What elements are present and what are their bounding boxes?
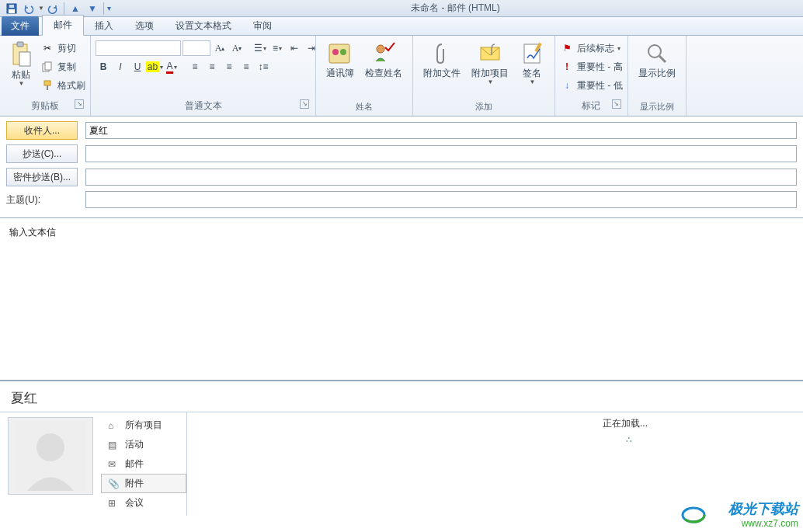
attach-item-button[interactable]: 附加项目▼ xyxy=(466,39,514,88)
nav-meetings[interactable]: ⊞会议 xyxy=(101,493,186,513)
nav-attachments[interactable]: 📎附件 xyxy=(101,474,186,493)
paperclip-icon: 📎 xyxy=(108,478,120,489)
italic-button[interactable]: I xyxy=(113,59,128,75)
to-input[interactable] xyxy=(85,122,797,139)
people-pane-content: 正在加载... ∴ xyxy=(186,412,803,516)
svg-point-13 xyxy=(377,45,384,53)
tab-mail[interactable]: 邮件 xyxy=(42,15,84,36)
group-basic-text: A▴ A▾ ☰▾ ≡▾ ⇤ ⇥ B I U ab▾ A▾ ≡ ≡ ≡ ≡ ↕≡ xyxy=(91,36,316,116)
font-name-combo[interactable] xyxy=(96,40,181,56)
watermark-title: 极光下载站 xyxy=(728,499,798,518)
subject-input[interactable] xyxy=(85,191,797,208)
signature-button[interactable]: 签名▼ xyxy=(514,39,550,88)
tags-launcher-icon[interactable]: ↘ xyxy=(612,99,621,109)
message-body[interactable]: 输入文本信 xyxy=(0,217,803,381)
qat-down-icon[interactable]: ▼ xyxy=(85,2,99,16)
people-pane: 夏红 ⌂所有项目 ▤活动 ✉邮件 📎附件 ⊞会议 正在加载... ∴ xyxy=(0,381,803,516)
nav-all-items[interactable]: ⌂所有项目 xyxy=(101,416,186,435)
scissors-icon: ✂ xyxy=(40,42,54,54)
svg-line-18 xyxy=(659,56,666,62)
nav-activity[interactable]: ▤活动 xyxy=(101,435,186,454)
check-names-button[interactable]: 检查姓名 xyxy=(360,39,408,81)
svg-rect-10 xyxy=(329,44,349,63)
home-icon: ⌂ xyxy=(108,420,120,431)
svg-rect-4 xyxy=(17,42,23,47)
followup-button[interactable]: ⚑后续标志▾ xyxy=(560,40,620,57)
bcc-input[interactable] xyxy=(85,169,797,186)
address-book-button[interactable]: 通讯簿 xyxy=(321,39,360,81)
group-tags-label: 标记 xyxy=(582,100,600,111)
svg-rect-1 xyxy=(9,9,15,13)
watermark-url: www.xz7.com xyxy=(728,518,798,529)
high-importance-button[interactable]: !重要性 - 高 xyxy=(560,58,623,75)
window-title: 未命名 - 邮件 (HTML) xyxy=(111,2,800,15)
nav-mail[interactable]: ✉邮件 xyxy=(101,454,186,474)
svg-rect-2 xyxy=(9,5,14,8)
align-center-button[interactable]: ≡ xyxy=(204,59,220,75)
copy-button[interactable]: 复制 xyxy=(40,58,85,75)
bold-button[interactable]: B xyxy=(96,59,111,75)
cut-button[interactable]: ✂剪切 xyxy=(40,40,85,57)
group-font-label: 普通文本 xyxy=(185,100,222,111)
group-zoom-label: 显示比例 xyxy=(633,99,681,116)
group-clipboard-label: 剪贴板 xyxy=(31,100,59,111)
paste-button[interactable]: 粘贴 ▼ xyxy=(5,39,37,89)
qat-redo-icon[interactable] xyxy=(46,2,60,16)
attach-file-button[interactable]: 附加文件 xyxy=(418,39,466,81)
underline-button[interactable]: U xyxy=(130,59,145,75)
to-button[interactable]: 收件人... xyxy=(6,121,78,140)
group-names: 通讯簿 检查姓名 姓名 xyxy=(316,36,413,116)
body-text: 输入文本信 xyxy=(9,227,56,238)
font-launcher-icon[interactable]: ↘ xyxy=(300,99,309,109)
bcc-button[interactable]: 密件抄送(B)... xyxy=(6,168,78,186)
svg-point-11 xyxy=(332,49,339,55)
low-importance-icon: ↓ xyxy=(560,79,574,92)
bullets-button[interactable]: ☰▾ xyxy=(252,40,268,56)
paste-label: 粘贴 xyxy=(12,69,30,80)
font-color-button[interactable]: A▾ xyxy=(164,59,179,75)
numbering-button[interactable]: ≡▾ xyxy=(269,40,285,56)
tab-options[interactable]: 选项 xyxy=(124,16,165,36)
svg-point-12 xyxy=(340,49,346,55)
group-include-label: 添加 xyxy=(418,99,550,116)
flag-icon: ⚑ xyxy=(560,42,574,54)
watermark: 极光下载站 www.xz7.com xyxy=(728,499,798,529)
line-spacing-button[interactable]: ↕≡ xyxy=(255,59,271,75)
qat-undo-icon[interactable] xyxy=(22,2,36,16)
subject-label: 主题(U): xyxy=(6,193,78,207)
align-left-button[interactable]: ≡ xyxy=(187,59,203,75)
undo-dropdown-icon[interactable]: ▼ xyxy=(38,5,44,12)
qat-up-icon[interactable]: ▲ xyxy=(68,2,82,16)
low-importance-button[interactable]: ↓重要性 - 低 xyxy=(560,77,623,94)
quick-access-toolbar: ▼ ▲ ▼ ▾ 未命名 - 邮件 (HTML) xyxy=(0,0,803,17)
svg-rect-9 xyxy=(47,85,48,90)
format-painter-button[interactable]: 格式刷 xyxy=(40,77,85,94)
people-pane-name: 夏红 xyxy=(0,381,803,412)
grow-font-button[interactable]: A▴ xyxy=(212,40,228,56)
shrink-font-button[interactable]: A▾ xyxy=(229,40,245,56)
tab-format-text[interactable]: 设置文本格式 xyxy=(165,16,242,36)
clipboard-launcher-icon[interactable]: ↘ xyxy=(75,99,84,109)
brush-icon xyxy=(40,79,54,92)
tab-insert[interactable]: 插入 xyxy=(84,16,124,36)
copy-icon xyxy=(40,61,54,73)
svg-rect-7 xyxy=(45,62,51,70)
zoom-button[interactable]: 显示比例 xyxy=(633,39,681,81)
qat-save-icon[interactable] xyxy=(5,2,19,16)
align-justify-button[interactable]: ≡ xyxy=(238,59,254,75)
tab-review[interactable]: 审阅 xyxy=(242,16,283,36)
font-size-combo[interactable] xyxy=(182,40,210,56)
cc-button[interactable]: 抄送(C)... xyxy=(6,144,78,163)
spinner-icon: ∴ xyxy=(626,434,632,445)
ribbon-tabs: 文件 邮件 插入 选项 设置文本格式 审阅 xyxy=(0,17,803,36)
group-zoom: 显示比例 显示比例 xyxy=(628,36,687,116)
people-pane-nav: ⌂所有项目 ▤活动 ✉邮件 📎附件 ⊞会议 xyxy=(101,412,186,516)
cc-input[interactable] xyxy=(85,145,797,162)
tab-file[interactable]: 文件 xyxy=(2,16,39,36)
align-right-button[interactable]: ≡ xyxy=(221,59,237,75)
compose-area: 收件人... 抄送(C)... 密件抄送(B)... 主题(U): xyxy=(0,116,803,217)
loading-text: 正在加载... xyxy=(603,417,648,430)
calendar-icon: ⊞ xyxy=(108,498,120,509)
outdent-button[interactable]: ⇤ xyxy=(287,40,302,56)
highlight-button[interactable]: ab▾ xyxy=(147,59,162,75)
